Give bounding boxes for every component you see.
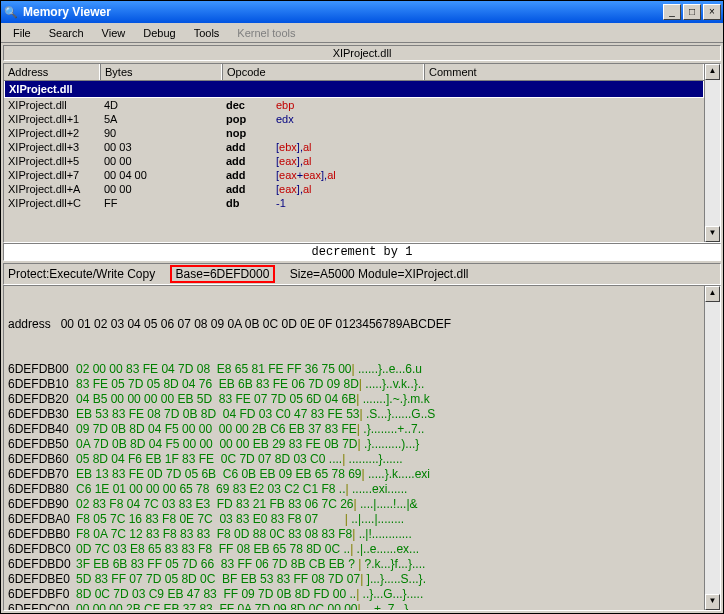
hex-row[interactable]: 6DEFDB10 83 FE 05 7D 05 8D 04 76 EB 6B 8…: [8, 377, 700, 392]
disasm-row[interactable]: XIProject.dll+CFFdb-1: [4, 196, 704, 210]
instruction-hint: decrement by 1: [3, 243, 721, 261]
menu-search[interactable]: Search: [41, 25, 92, 41]
hex-row[interactable]: 6DEFDBB0 F8 0A 7C 12 83 F8 83 83 F8 0D 8…: [8, 527, 700, 542]
hex-dump[interactable]: address 00 01 02 03 04 05 06 07 08 09 0A…: [4, 286, 704, 610]
disasm-row[interactable]: XIProject.dll+290nop: [4, 126, 704, 140]
disasm-scrollbar[interactable]: ▲ ▼: [704, 64, 720, 242]
hex-row[interactable]: 6DEFDBD0 3F EB 6B 83 FF 05 7D 66 83 FF 0…: [8, 557, 700, 572]
col-comment[interactable]: Comment: [424, 64, 704, 80]
hex-row[interactable]: 6DEFDB50 0A 7D 0B 8D 04 F5 00 00 00 00 E…: [8, 437, 700, 452]
protect-label: Protect:Execute/Write Copy: [8, 267, 155, 281]
size-module-label: Size=A5000 Module=XIProject.dll: [290, 267, 469, 281]
hex-row[interactable]: 6DEFDBC0 0D 7C 03 E8 65 83 83 F8 FF 08 E…: [8, 542, 700, 557]
hex-row[interactable]: 6DEFDB70 EB 13 83 FE 0D 7D 05 6B C6 0B E…: [8, 467, 700, 482]
hex-row[interactable]: 6DEFDB20 04 B5 00 00 00 00 EB 5D 83 FE 0…: [8, 392, 700, 407]
disasm-row[interactable]: XIProject.dll+700 04 00add[eax+eax],al: [4, 168, 704, 182]
base-address-highlight: Base=6DEFD000: [170, 265, 276, 283]
hex-row[interactable]: 6DEFDB90 02 83 F8 04 7C 03 83 E3 FD 83 2…: [8, 497, 700, 512]
app-icon: 🔍: [3, 4, 19, 20]
window-title: Memory Viewer: [23, 5, 663, 19]
col-bytes[interactable]: Bytes: [100, 64, 222, 80]
section-header[interactable]: XIProject.dll: [4, 81, 704, 98]
hex-row[interactable]: 6DEFDB00 02 00 00 83 FE 04 7D 08 E8 65 8…: [8, 362, 700, 377]
minimize-button[interactable]: _: [663, 4, 681, 20]
menu-debug[interactable]: Debug: [135, 25, 183, 41]
hex-row[interactable]: 6DEFDB80 C6 1E 01 00 00 00 65 78 69 83 E…: [8, 482, 700, 497]
disasm-row[interactable]: XIProject.dll+300 03add[ebx],al: [4, 140, 704, 154]
memory-info-bar: Protect:Execute/Write Copy Base=6DEFD000…: [3, 263, 721, 285]
hex-row[interactable]: 6DEFDBE0 5D 83 FF 07 7D 05 8D 0C BF EB 5…: [8, 572, 700, 587]
hex-column-header: address 00 01 02 03 04 05 06 07 08 09 0A…: [8, 317, 700, 332]
disasm-row[interactable]: XIProject.dll+A00 00add[eax],al: [4, 182, 704, 196]
menu-tools[interactable]: Tools: [186, 25, 228, 41]
disassembly-table[interactable]: Address Bytes Opcode Comment XIProject.d…: [4, 64, 704, 242]
hex-row[interactable]: 6DEFDB40 09 7D 0B 8D 04 F5 00 00 00 00 2…: [8, 422, 700, 437]
hex-row[interactable]: 6DEFDC00 00 00 00 2B CF EB 37 83 FF 0A 7…: [8, 602, 700, 610]
menubar: File Search View Debug Tools Kernel tool…: [1, 23, 723, 43]
hex-row[interactable]: 6DEFDBA0 F8 05 7C 16 83 F8 0E 7C 03 83 E…: [8, 512, 700, 527]
hex-row[interactable]: 6DEFDB30 EB 53 83 FE 08 7D 0B 8D 04 FD 0…: [8, 407, 700, 422]
scroll-down-icon[interactable]: ▼: [705, 226, 720, 242]
menu-file[interactable]: File: [5, 25, 39, 41]
scroll-down-icon[interactable]: ▼: [705, 594, 720, 610]
disasm-row[interactable]: XIProject.dll+500 00add[eax],al: [4, 154, 704, 168]
module-label: XIProject.dll: [3, 45, 721, 61]
disasm-row[interactable]: XIProject.dll4Ddecebp: [4, 98, 704, 112]
col-address[interactable]: Address: [4, 64, 100, 80]
disasm-row[interactable]: XIProject.dll+15Apopedx: [4, 112, 704, 126]
scroll-up-icon[interactable]: ▲: [705, 286, 720, 302]
hex-scrollbar[interactable]: ▲ ▼: [704, 286, 720, 610]
maximize-button[interactable]: □: [683, 4, 701, 20]
menu-view[interactable]: View: [94, 25, 134, 41]
close-button[interactable]: ×: [703, 4, 721, 20]
hex-row[interactable]: 6DEFDB60 05 8D 04 F6 EB 1F 83 FE 0C 7D 0…: [8, 452, 700, 467]
menu-kernel-tools: Kernel tools: [229, 25, 303, 41]
hex-row[interactable]: 6DEFDBF0 8D 0C 7D 03 C9 EB 47 83 FF 09 7…: [8, 587, 700, 602]
scroll-up-icon[interactable]: ▲: [705, 64, 720, 80]
col-opcode[interactable]: Opcode: [222, 64, 424, 80]
titlebar: 🔍 Memory Viewer _ □ ×: [1, 1, 723, 23]
